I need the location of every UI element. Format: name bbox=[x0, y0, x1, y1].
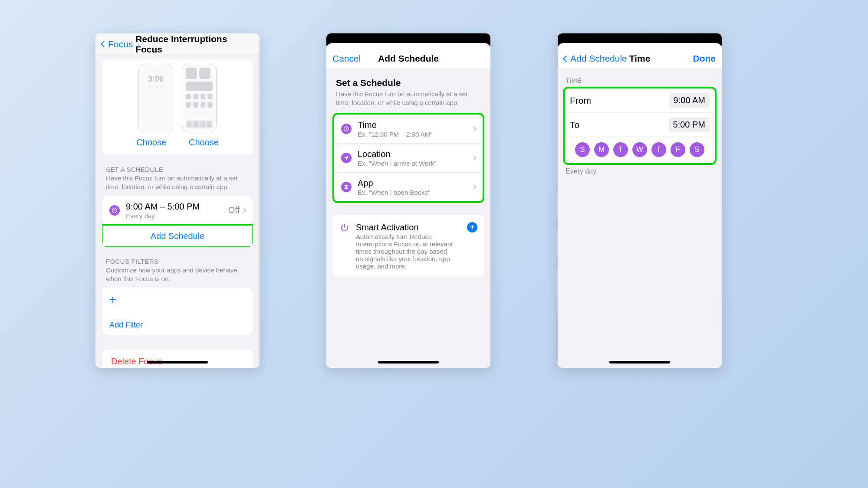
add-filter-label: Add Filter bbox=[109, 321, 246, 330]
chevron-right-icon bbox=[241, 208, 246, 213]
from-value[interactable]: 9:00 AM bbox=[669, 93, 710, 108]
page-title: Reduce Interruptions Focus bbox=[135, 34, 253, 55]
row-sub: Ex. "12:30 PM – 2:30 AM" bbox=[358, 131, 472, 138]
add-smart-button[interactable]: + bbox=[467, 222, 477, 233]
filters-desc: Customize how your apps and device behav… bbox=[95, 265, 260, 288]
back-button[interactable]: Focus bbox=[102, 39, 133, 49]
choose-row: Choose Choose bbox=[102, 134, 253, 154]
choose-home-button[interactable]: Choose bbox=[189, 138, 219, 147]
chevron-right-icon bbox=[471, 184, 476, 189]
to-value[interactable]: 5:00 PM bbox=[669, 117, 710, 132]
row-sub: Ex. "When I arrive at Work" bbox=[358, 160, 472, 167]
day-mon[interactable]: M bbox=[594, 142, 609, 157]
schedule-sub: Every day bbox=[126, 212, 228, 219]
day-fri[interactable]: F bbox=[671, 142, 685, 157]
location-icon bbox=[341, 153, 352, 163]
back-label: Focus bbox=[108, 39, 133, 49]
schedule-app-row[interactable]: App Ex. "When I open Books" bbox=[334, 172, 483, 201]
schedule-location-row[interactable]: Location Ex. "When I arrive at Work" bbox=[334, 143, 483, 172]
smart-activation-card: Smart Activation Automatically turn Redu… bbox=[332, 215, 484, 277]
preview-dots: ○○○○ bbox=[148, 84, 164, 89]
cancel-button[interactable]: Cancel bbox=[332, 53, 361, 64]
row-title: Time bbox=[358, 120, 472, 130]
from-label: From bbox=[570, 95, 591, 106]
delete-focus-button[interactable]: Delete Focus bbox=[102, 350, 253, 368]
schedule-type-card: Time Ex. "12:30 PM – 2:30 AM" Location E… bbox=[332, 113, 484, 203]
to-row: To 5:00 PM bbox=[565, 112, 715, 137]
row-title: Location bbox=[358, 149, 472, 159]
phone-focus-settings: Focus Reduce Interruptions Focus 3:06 ○○… bbox=[95, 33, 260, 368]
home-indicator bbox=[609, 361, 670, 364]
choose-lock-button[interactable]: Choose bbox=[136, 138, 166, 147]
smart-title: Smart Activation bbox=[356, 222, 467, 233]
from-row: From 9:00 AM bbox=[565, 88, 715, 112]
chevron-right-icon bbox=[471, 126, 476, 131]
to-label: To bbox=[570, 120, 579, 130]
chevron-right-icon bbox=[471, 155, 476, 160]
time-card: From 9:00 AM To 5:00 PM S M T W T F S bbox=[563, 87, 717, 165]
power-icon bbox=[339, 222, 350, 233]
clock-icon bbox=[109, 205, 120, 216]
navbar: Cancel Add Schedule bbox=[326, 49, 490, 68]
set-schedule-heading: Set a Schedule bbox=[326, 78, 490, 88]
preview-home[interactable] bbox=[182, 64, 217, 132]
back-button[interactable]: Add Schedule bbox=[564, 53, 627, 64]
day-picker: S M T W T F S bbox=[565, 137, 715, 163]
schedule-desc: Have this Focus turn on automatically at… bbox=[95, 173, 260, 196]
schedule-header: SET A SCHEDULE bbox=[95, 166, 260, 173]
done-button[interactable]: Done bbox=[693, 53, 716, 64]
chevron-left-icon bbox=[563, 55, 570, 62]
day-thu[interactable]: T bbox=[651, 142, 666, 157]
clock-icon bbox=[341, 124, 352, 134]
add-schedule-label: Add Schedule bbox=[151, 231, 205, 241]
app-icon bbox=[341, 182, 352, 192]
day-sun[interactable]: S bbox=[575, 142, 590, 157]
preview-clock: 3:06 bbox=[148, 75, 164, 84]
delete-card: Delete Focus bbox=[102, 350, 253, 368]
plus-icon: + bbox=[109, 294, 246, 306]
row-title: App bbox=[358, 178, 472, 188]
phone-time-schedule: Add Schedule Time Done TIME From 9:00 AM… bbox=[558, 33, 722, 368]
schedule-row[interactable]: 9:00 AM – 5:00 PM Every day Off bbox=[102, 196, 253, 225]
smart-desc: Automatically turn Reduce Interruptions … bbox=[356, 233, 456, 270]
schedule-time-row[interactable]: Time Ex. "12:30 PM – 2:30 AM" bbox=[334, 115, 483, 143]
filters-header: FOCUS FILTERS bbox=[95, 258, 260, 265]
row-sub: Ex. "When I open Books" bbox=[358, 189, 472, 196]
phone-add-schedule: Cancel Add Schedule Set a Schedule Have … bbox=[326, 33, 490, 368]
day-tue[interactable]: T bbox=[613, 142, 628, 157]
navbar: Add Schedule Time Done bbox=[558, 49, 722, 68]
schedule-trail: Off bbox=[228, 205, 240, 215]
preview-lock[interactable]: 3:06 ○○○○ bbox=[138, 64, 173, 132]
home-indicator bbox=[147, 361, 208, 364]
smart-activation-row[interactable]: Smart Activation Automatically turn Redu… bbox=[332, 215, 484, 277]
schedule-card: 9:00 AM – 5:00 PM Every day Off Add Sche… bbox=[102, 196, 253, 247]
chevron-left-icon bbox=[101, 41, 108, 48]
home-indicator bbox=[378, 361, 439, 364]
day-wed[interactable]: W bbox=[632, 142, 647, 157]
set-schedule-desc: Have this Focus turn on automatically at… bbox=[326, 88, 490, 113]
navbar: Focus Reduce Interruptions Focus bbox=[95, 33, 260, 55]
time-caption: Every day bbox=[558, 165, 722, 178]
lockscreen-previews: 3:06 ○○○○ bbox=[102, 59, 253, 134]
time-section-label: TIME bbox=[558, 77, 722, 87]
day-sat[interactable]: S bbox=[690, 142, 704, 157]
back-label: Add Schedule bbox=[570, 53, 627, 64]
add-schedule-button[interactable]: Add Schedule bbox=[102, 225, 253, 247]
schedule-time: 9:00 AM – 5:00 PM bbox=[126, 201, 228, 212]
add-filter-card[interactable]: + Add Filter bbox=[102, 288, 253, 335]
